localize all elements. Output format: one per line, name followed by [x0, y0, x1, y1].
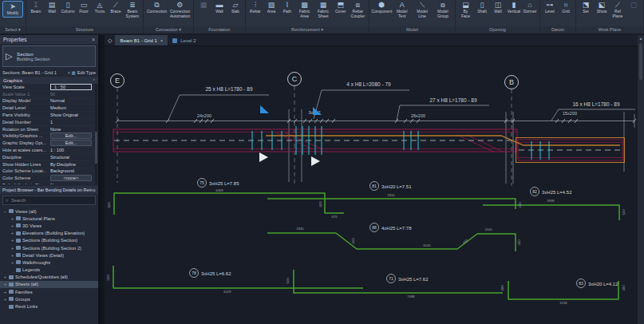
ribbon-tool[interactable]: ▯ Column: [61, 1, 75, 14]
type-selector[interactable]: ▷ Section Building Section: [2, 45, 96, 67]
ribbon-tool[interactable]: ⌂ Dormer: [523, 1, 537, 14]
ribbon-tool[interactable]: ⬢ Component: [372, 1, 391, 14]
expand-collapse-icon[interactable]: −: [3, 209, 7, 214]
ribbon-tool[interactable]: ▩ Fabric Area: [296, 1, 313, 19]
chevron-down-icon[interactable]: ▾: [68, 70, 70, 75]
tab-beam-b1-grid-1[interactable]: Beam B1 - Grid 1 ×: [115, 35, 168, 45]
ribbon-tool[interactable]: ◬ Truss: [93, 1, 107, 14]
browser-tree-item[interactable]: + Detail Views (Detail): [0, 251, 98, 259]
scrollbar-thumb[interactable]: [639, 43, 642, 80]
tree-node-icon: [9, 275, 14, 279]
ribbon-tool[interactable]: ▦: [196, 1, 211, 10]
browser-tree-item[interactable]: Revit Links: [0, 302, 98, 310]
ribbon-tool[interactable]: ▤ Wall: [45, 1, 59, 14]
tree-node-icon: [16, 268, 21, 272]
bar-shapes[interactable]: [113, 193, 619, 299]
browser-tree-item[interactable]: + Families: [0, 288, 98, 295]
expand-collapse-icon[interactable]: +: [3, 297, 7, 302]
type-family: Section: [17, 51, 93, 57]
beam-elevation-drawing[interactable]: E C B: [105, 45, 638, 324]
browser-tree-item[interactable]: Legends: [0, 267, 98, 274]
browser-tree-item[interactable]: + Sheets (all): [0, 281, 98, 288]
stirrups[interactable]: [252, 126, 549, 160]
ribbon-tool[interactable]: ≣ Beam System: [124, 1, 140, 19]
browser-tree-item[interactable]: + Elevations (Building Elevation): [0, 230, 98, 237]
tree-node-icon: [16, 260, 21, 264]
scroll-up-icon[interactable]: ▲: [638, 35, 644, 41]
expand-collapse-icon[interactable]: +: [3, 290, 7, 294]
ribbon-tool[interactable]: ▦ Fabric Sheet: [314, 1, 331, 19]
ribbon-tool[interactable]: ▯ Shaft: [475, 1, 489, 14]
browser-tree-item[interactable]: − Views (all): [0, 207, 98, 215]
ribbon-tool[interactable]: ⊶ Level: [543, 1, 557, 14]
ribbon-tool[interactable]: ▬ Wall: [212, 1, 227, 14]
ribbon-tool[interactable]: ⌶ Beam: [29, 1, 43, 14]
browser-tree-item[interactable]: + Walkthroughs: [0, 259, 98, 266]
expand-collapse-icon[interactable]: +: [10, 260, 14, 265]
ribbon-tool[interactable]: ⬔ Set: [579, 1, 593, 14]
properties-close-icon[interactable]: ×: [92, 37, 95, 42]
ribbon-tool[interactable]: ▱ Slab: [228, 1, 243, 14]
drawing-canvas[interactable]: ◇ Beam B1 - Grid 1 × Level 2 E C B: [105, 35, 638, 324]
ribbon-group-label-select[interactable]: Select ▾: [0, 26, 26, 34]
canvas-scrollbar[interactable]: ▲: [638, 35, 644, 324]
edit-type-button[interactable]: Edit Type: [77, 70, 96, 75]
expand-collapse-icon[interactable]: +: [10, 253, 14, 258]
expand-collapse-icon[interactable]: +: [10, 246, 14, 251]
browser-tree-item[interactable]: + 3D Views: [0, 222, 98, 229]
expand-collapse-icon[interactable]: +: [10, 231, 14, 235]
ribbon-tool[interactable]: ⟋ Ref Plane: [610, 1, 625, 19]
search-placeholder: Search: [11, 198, 26, 203]
ribbon-tool[interactable]: ➤ Modify: [2, 1, 23, 18]
ribbon-tool[interactable]: ⬕ Show: [595, 1, 609, 14]
ribbon-tool[interactable]: ◫ Wall: [491, 1, 505, 14]
ribbon-group-reinforcement: ⫶ Rebar ▨ Area ⌇ Path ▩ Fabric Area ▦ Fa…: [246, 0, 369, 34]
rebar-set-flag-icon[interactable]: [260, 105, 269, 113]
ribbon-group-label-reinforcement[interactable]: Reinforcement ▾: [246, 26, 369, 34]
ribbon-tool[interactable]: A Model Text: [393, 1, 411, 19]
section-marker-arrow[interactable]: [311, 156, 320, 166]
ribbon-tool[interactable]: ⧈ Rebar Coupler: [350, 1, 366, 19]
browser-tree-item[interactable]: + Sections (Building Section 2): [0, 244, 98, 251]
browser-tree-item[interactable]: + Sections (Building Section): [0, 237, 98, 244]
expand-collapse-icon[interactable]: +: [10, 223, 14, 228]
ribbon-tool[interactable]: ⬓ By Face: [458, 1, 473, 19]
browser-tree-item[interactable]: + Groups: [0, 295, 98, 302]
browser-tree-item[interactable]: + Structural Plans: [0, 215, 98, 222]
tab-level-2[interactable]: Level 2: [168, 35, 200, 45]
view-navigation-icon[interactable]: ◇: [105, 38, 115, 44]
ribbon-tool[interactable]: ▮ Vertical: [507, 1, 521, 14]
ribbon-tool[interactable]: ▨ Area: [264, 1, 279, 14]
section-marker-arrow[interactable]: [259, 152, 268, 162]
ribbon-tool[interactable]: ⫶ Rebar: [248, 1, 263, 14]
ribbon-tool[interactable]: ⟋ Brace: [109, 1, 123, 14]
browser-search-input[interactable]: ⌕ Search: [2, 196, 96, 205]
expand-collapse-icon[interactable]: +: [3, 275, 7, 279]
ribbon-group-label-connection[interactable]: Connection ▾: [144, 26, 193, 34]
ribbon-tool[interactable]: ▭ Floor: [77, 1, 91, 14]
project-browser-close-icon[interactable]: ×: [93, 188, 96, 193]
ribbon-tool[interactable]: ⌇ Path: [280, 1, 294, 14]
svg-text:510: 510: [106, 275, 110, 281]
properties-rows: View Scale 1 : 50 Scale Value 1: 50 Disp…: [0, 84, 98, 184]
ribbon-tool[interactable]: ⟍ Model Line: [413, 1, 432, 19]
property-row: Rotation on Sheet None: [0, 126, 98, 133]
ribbon-tool[interactable]: ⧇ Model Group: [433, 1, 452, 19]
expand-collapse-icon[interactable]: +: [10, 216, 14, 221]
properties-scrollbar[interactable]: [95, 84, 97, 184]
ribbon-tool[interactable]: ▢: [626, 1, 641, 10]
beam-outline[interactable]: [113, 129, 625, 163]
element-selector-dropdown[interactable]: Sections: Beam B1 - Grid 1: [2, 70, 66, 75]
close-tab-icon[interactable]: ×: [160, 38, 164, 43]
ribbon-tool[interactable]: ⚙ Connection Automation: [169, 1, 191, 19]
svg-text:1810: 1810: [387, 193, 395, 197]
spacing-label: 24x200: [197, 113, 211, 118]
ribbon-tool[interactable]: ⧉ Connection: [146, 1, 168, 14]
expand-collapse-icon[interactable]: +: [3, 282, 7, 286]
graphics-section-header[interactable]: Graphics: [3, 78, 93, 83]
browser-tree-item[interactable]: + Schedules/Quantities (all): [0, 274, 98, 281]
expand-collapse-icon[interactable]: +: [10, 238, 14, 243]
ribbon-tool[interactable]: ⌗ Grid: [559, 1, 573, 14]
ribbon-tool[interactable]: ⬒ Cover: [334, 1, 348, 14]
collapse-icon[interactable]: ^: [93, 78, 95, 83]
